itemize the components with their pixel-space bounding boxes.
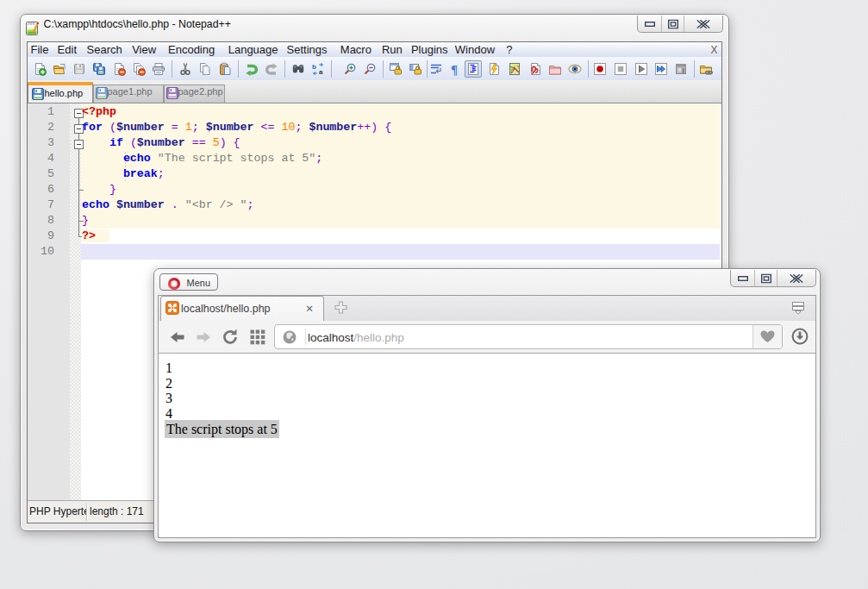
- svg-text:D: D: [536, 69, 540, 74]
- svg-text:¶: ¶: [451, 63, 458, 77]
- svg-text:b: b: [312, 63, 316, 71]
- svg-text:a: a: [319, 68, 323, 76]
